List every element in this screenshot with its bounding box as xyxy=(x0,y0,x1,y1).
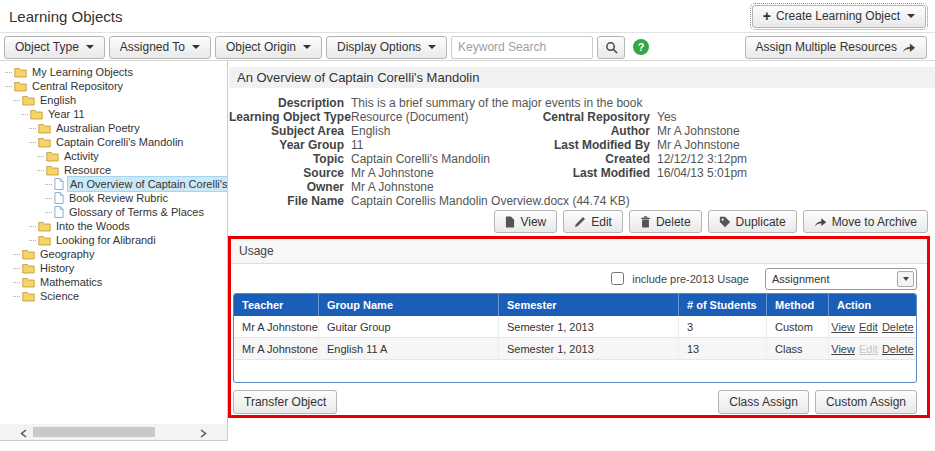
detail-field-row: Owner Mr A Johnstone xyxy=(229,180,642,194)
edit-link[interactable]: Edit xyxy=(859,316,878,337)
button-label: Object Origin xyxy=(226,40,296,54)
tree-item[interactable]: Central Repository xyxy=(0,79,227,93)
help-icon[interactable] xyxy=(633,39,649,55)
folder-icon xyxy=(22,263,35,274)
pencil-icon xyxy=(574,216,586,228)
keyword-search-input[interactable] xyxy=(451,36,593,59)
cell-method: Custom xyxy=(766,316,828,337)
tree-item[interactable]: Book Review Rubric xyxy=(0,191,227,205)
include-pre-2013-checkbox[interactable] xyxy=(611,272,624,285)
tree-connector xyxy=(21,114,28,115)
arrow-right-icon xyxy=(902,42,916,53)
view-link[interactable]: View xyxy=(831,316,855,337)
field-label: Year Group xyxy=(229,138,351,152)
button-label: Edit xyxy=(591,215,612,229)
tree-item[interactable]: Captain Corelli's Mandolin xyxy=(0,135,227,149)
plus-icon xyxy=(763,9,771,23)
cell-semester: Semester 1, 2013 xyxy=(498,338,678,359)
tree-item-label[interactable]: Resource xyxy=(62,163,113,177)
tree-item-label[interactable]: Geography xyxy=(38,247,96,261)
tree-item[interactable]: Australian Poetry xyxy=(0,121,227,135)
scroll-right-icon[interactable] xyxy=(200,427,207,441)
field-label: File Name xyxy=(229,194,351,208)
cell-teacher: Mr A Johnstone xyxy=(234,316,318,337)
tree-item[interactable]: Looking for Alibrandi xyxy=(0,233,227,247)
tree-item-label[interactable]: Looking for Alibrandi xyxy=(54,233,158,247)
usage-table-row: Mr A Johnstone Guitar Group Semester 1, … xyxy=(234,316,916,338)
class-assign-button[interactable]: Class Assign xyxy=(718,390,809,414)
repository-tree-panel: My Learning Objects Central Repository xyxy=(0,61,228,441)
tree-horizontal-scrollbar[interactable] xyxy=(0,424,227,440)
tree-item[interactable]: Resource xyxy=(0,163,227,177)
tree-item[interactable]: History xyxy=(0,261,227,275)
tree-item-label[interactable]: Activity xyxy=(62,149,101,163)
detail-field-row: Last Modified 16/04/13 5:01pm xyxy=(505,166,747,180)
tree-connector xyxy=(13,254,20,255)
file-icon xyxy=(505,216,515,228)
detail-action-button[interactable]: Edit xyxy=(563,210,623,233)
tree-item-label[interactable]: History xyxy=(38,261,76,275)
select-arrow-box[interactable] xyxy=(897,271,914,287)
detail-action-button[interactable]: Delete xyxy=(629,210,702,233)
tree-item-label[interactable]: Science xyxy=(38,289,81,303)
cell-group-name: English 11 A xyxy=(318,338,498,359)
custom-assign-button[interactable]: Custom Assign xyxy=(815,390,917,414)
tree-item-label[interactable]: English xyxy=(38,93,78,107)
tree-item-label[interactable]: Captain Corelli's Mandolin xyxy=(54,135,185,149)
usage-type-select[interactable]: Assignment xyxy=(765,268,917,290)
tree-item[interactable]: Glossary of Terms & Places xyxy=(0,205,227,219)
field-value: Resource (Document) xyxy=(351,110,468,124)
view-link[interactable]: View xyxy=(831,338,855,359)
tree-item[interactable]: Mathematics xyxy=(0,275,227,289)
create-learning-object-button[interactable]: Create Learning Object xyxy=(752,5,926,28)
tree-item-label[interactable]: Mathematics xyxy=(38,275,104,289)
tree-connector xyxy=(13,282,20,283)
usage-highlight-outline: Usage include pre-2013 Usage Assignment … xyxy=(228,236,930,418)
tree-connector xyxy=(29,128,36,129)
tree-item-label[interactable]: An Overview of Captain Corelli's Mandoli… xyxy=(67,176,228,192)
column-header: Action xyxy=(828,294,916,316)
folder-icon xyxy=(22,291,35,302)
tree-item[interactable]: Science xyxy=(0,289,227,303)
tree-connector xyxy=(37,170,44,171)
assign-multiple-resources-button[interactable]: Assign Multiple Resources xyxy=(745,36,927,59)
detail-field-row: File Name Captain Corellis Mandolin Over… xyxy=(229,194,642,208)
tree-item-label[interactable]: Year 11 xyxy=(46,107,87,121)
tree-item-label[interactable]: Central Repository xyxy=(30,79,125,93)
delete-link[interactable]: Delete xyxy=(882,338,914,359)
folder-icon xyxy=(14,81,27,92)
detail-action-button[interactable]: Duplicate xyxy=(708,210,797,233)
tree-item[interactable]: Activity xyxy=(0,149,227,163)
tree-item[interactable]: Into the Woods xyxy=(0,219,227,233)
scroll-left-icon[interactable] xyxy=(20,427,27,441)
tree-item[interactable]: English xyxy=(0,93,227,107)
tree-item-label[interactable]: Book Review Rubric xyxy=(67,191,170,205)
filter-dropdown-button[interactable]: Object Type xyxy=(4,36,105,59)
tree-item[interactable]: Geography xyxy=(0,247,227,261)
detail-action-button[interactable]: View xyxy=(494,210,557,233)
assign-buttons: Class Assign Custom Assign xyxy=(718,390,917,414)
tree-item-label[interactable]: Glossary of Terms & Places xyxy=(67,205,206,219)
tree-item-label[interactable]: Australian Poetry xyxy=(54,121,142,135)
tree-item[interactable]: An Overview of Captain Corelli's Mandoli… xyxy=(0,177,227,191)
edit-link[interactable]: Edit xyxy=(859,338,878,359)
tree-item-label[interactable]: Into the Woods xyxy=(54,219,132,233)
scrollbar-thumb[interactable] xyxy=(33,427,155,437)
filter-dropdown-button[interactable]: Display Options xyxy=(326,36,447,59)
filter-dropdown-button[interactable]: Object Origin xyxy=(215,36,322,59)
tree-item[interactable]: My Learning Objects xyxy=(0,65,227,79)
tree-connector xyxy=(45,198,52,199)
transfer-object-button[interactable]: Transfer Object xyxy=(233,390,337,414)
tree-item[interactable]: Year 11 xyxy=(0,107,227,121)
delete-link[interactable]: Delete xyxy=(882,316,914,337)
tree-item-label[interactable]: My Learning Objects xyxy=(30,65,135,79)
tree-connector xyxy=(5,72,12,73)
filter-dropdown-button[interactable]: Assigned To xyxy=(109,36,211,59)
search-button[interactable] xyxy=(597,36,625,59)
page-title: Learning Objects xyxy=(9,8,122,25)
tree-connector xyxy=(29,226,36,227)
document-icon xyxy=(54,178,64,190)
detail-action-button[interactable]: Move to Archive xyxy=(803,210,928,233)
column-header: Group Name xyxy=(318,294,498,316)
field-value: Captain Corellis Mandolin Overview.docx … xyxy=(351,194,630,208)
